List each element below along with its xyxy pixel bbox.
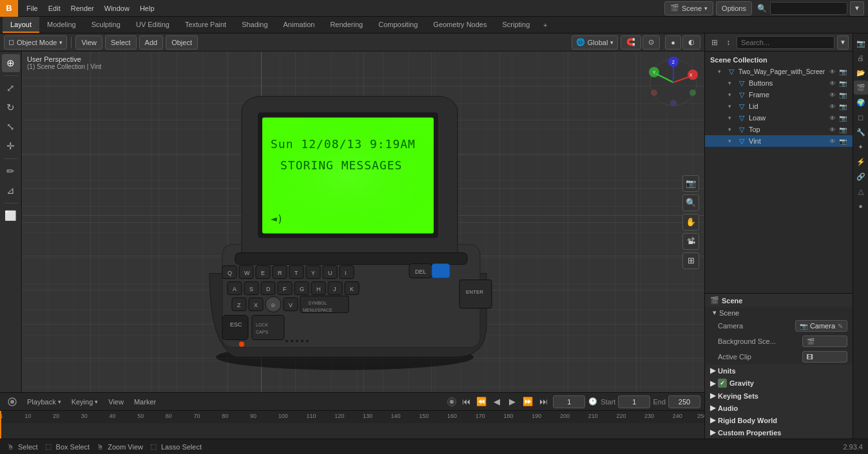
3d-viewport[interactable]: Sun 12/08/13 9:19AM STORING MESSAGES ◄): [22, 52, 704, 392]
physics-icon[interactable]: ⚡: [854, 155, 868, 169]
outliner-item-lid[interactable]: ▾ ▽ Lid 👁 📷: [705, 100, 853, 112]
tab-texture-paint[interactable]: Texture Paint: [177, 17, 234, 33]
end-frame[interactable]: 250: [668, 395, 700, 408]
overlay-btn[interactable]: ⊞: [682, 252, 699, 269]
filter-button[interactable]: ▼: [850, 1, 864, 15]
scene-props-icon[interactable]: 🎬: [854, 80, 868, 95]
menu-file[interactable]: File: [22, 3, 43, 14]
play-dot[interactable]: [447, 397, 456, 406]
rotate-tool[interactable]: ↻: [2, 99, 20, 117]
gravity-checkbox[interactable]: ✓: [718, 379, 727, 388]
outliner-item-top[interactable]: ▾ ▽ Top 👁 📷: [705, 124, 853, 135]
outliner-item-buttons[interactable]: ▾ ▽ Buttons 👁 📷: [705, 77, 853, 89]
prev-keyframe-btn[interactable]: ⏪: [474, 395, 488, 409]
marker-menu[interactable]: Marker: [130, 395, 160, 409]
clock-icon[interactable]: 🕐: [588, 397, 598, 407]
menu-render[interactable]: Render: [66, 3, 99, 14]
object-menu[interactable]: Object: [166, 35, 198, 50]
scene-section-header[interactable]: 🎬 Scene: [705, 294, 853, 307]
search-field[interactable]: [770, 2, 847, 15]
panel-icon-btn[interactable]: ⊞: [709, 35, 720, 50]
outliner-item-pager[interactable]: ▾ ▽ Two_Way_Pager_with_Screer 👁 📷: [705, 66, 853, 77]
tab-sculpting[interactable]: Sculpting: [84, 17, 128, 33]
outliner-item-frame[interactable]: ▾ ▽ Frame 👁 📷: [705, 89, 853, 100]
render-visibility-btn[interactable]: 📷: [838, 79, 847, 88]
outliner-item-loaw[interactable]: ▾ ▽ Loaw 👁 📷: [705, 112, 853, 124]
audio-header[interactable]: ▶ Audio: [705, 402, 853, 414]
object-data-icon[interactable]: △: [854, 184, 868, 198]
view-menu-timeline[interactable]: View: [104, 395, 128, 409]
add-menu[interactable]: Add: [139, 35, 164, 50]
viewport-solid[interactable]: ●: [665, 35, 681, 50]
add-workspace-button[interactable]: +: [537, 17, 553, 33]
object-props-icon[interactable]: ◻: [854, 110, 868, 124]
units-header[interactable]: ▶ Units: [705, 364, 853, 377]
play-btn[interactable]: ▶: [505, 395, 519, 409]
view-layer-icon[interactable]: 📂: [854, 66, 868, 80]
keying-sets-header[interactable]: ▶ Keying Sets: [705, 390, 853, 402]
cursor-tool[interactable]: ⊕: [2, 54, 20, 72]
move-view-btn[interactable]: ✋: [682, 214, 699, 231]
rigid-body-header[interactable]: ▶ Rigid Body World: [705, 414, 853, 426]
tab-geometry-nodes[interactable]: Geometry Nodes: [425, 17, 494, 33]
current-frame[interactable]: 1: [553, 395, 585, 408]
camera-view-btn[interactable]: 📷: [682, 175, 699, 192]
render-props-icon[interactable]: 📷: [854, 36, 868, 50]
constraints-icon[interactable]: 🔗: [854, 169, 868, 184]
navigation-gizmo[interactable]: X Y Z: [648, 57, 699, 108]
timeline-scrubber[interactable]: [0, 423, 704, 439]
bg-scene-value[interactable]: 🎬: [802, 336, 847, 347]
jump-end-btn[interactable]: ⏭: [536, 395, 550, 409]
render-visibility-btn[interactable]: 📷: [838, 125, 847, 134]
select-menu[interactable]: Select: [105, 35, 137, 50]
output-props-icon[interactable]: 🖨: [854, 51, 868, 65]
scale-tool[interactable]: ⤡: [2, 118, 20, 136]
outliner-item-vint[interactable]: ▾ ▽ Vint 👁 📷: [705, 135, 853, 147]
render-visibility-btn[interactable]: 📷: [838, 102, 847, 111]
mode-selector[interactable]: ◻ Object Mode ▾: [4, 35, 67, 50]
world-props-icon[interactable]: 🌍: [854, 95, 868, 109]
keying-menu[interactable]: Keying ▾: [68, 395, 102, 409]
visibility-btn[interactable]: 👁: [828, 113, 837, 122]
annotate-tool[interactable]: ✏: [2, 162, 20, 180]
tab-animation[interactable]: Animation: [276, 17, 323, 33]
start-frame[interactable]: 1: [618, 395, 650, 408]
frame-ruler[interactable]: 1 10 20 30 40 50 60 70 80 90 100 110 120…: [0, 411, 704, 423]
render-visibility-btn[interactable]: 📷: [838, 67, 847, 76]
visibility-btn[interactable]: 👁: [828, 90, 837, 99]
view-menu[interactable]: View: [75, 35, 102, 50]
tab-rendering[interactable]: Rendering: [322, 17, 371, 33]
snap-icon[interactable]: 🧲: [621, 35, 641, 50]
visibility-btn[interactable]: 👁: [828, 125, 837, 134]
visibility-btn[interactable]: 👁: [828, 102, 837, 111]
measure-tool[interactable]: ⊿: [2, 182, 20, 200]
tab-uv-editing[interactable]: UV Editing: [128, 17, 177, 33]
active-clip-value[interactable]: 🎞: [802, 351, 847, 363]
visibility-btn[interactable]: 👁: [828, 79, 837, 88]
particles-icon[interactable]: ✦: [854, 140, 868, 154]
transform-global[interactable]: 🌐 Global ▾: [572, 35, 619, 50]
move-tool[interactable]: ⤢: [2, 79, 20, 97]
camera-value[interactable]: 📷 Camera ✎: [795, 320, 847, 332]
visibility-btn[interactable]: 👁: [828, 67, 837, 76]
scene-selector[interactable]: 🎬 Scene ▾: [664, 1, 713, 15]
playback-menu[interactable]: Playback ▾: [23, 395, 65, 409]
material-icon[interactable]: ●: [854, 199, 868, 213]
search-icon[interactable]: 🔍: [755, 1, 769, 15]
gravity-header[interactable]: ▶ ✓ Gravity: [705, 377, 853, 390]
transform-tool[interactable]: ✛: [2, 137, 20, 155]
panel-icon-btn2[interactable]: ↕: [723, 35, 735, 50]
proportional-edit[interactable]: ⊙: [642, 35, 660, 50]
menu-window[interactable]: Window: [100, 3, 134, 14]
next-keyframe-btn[interactable]: ⏩: [521, 395, 535, 409]
modifiers-icon[interactable]: 🔧: [854, 125, 868, 139]
panel-search[interactable]: [737, 36, 834, 49]
render-visibility-btn[interactable]: 📷: [838, 90, 847, 99]
render-visibility-btn[interactable]: 📷: [838, 137, 847, 146]
tab-layout[interactable]: Layout: [3, 17, 39, 33]
jump-start-btn[interactable]: ⏮: [459, 395, 473, 409]
zoom-btn[interactable]: 🔍: [682, 194, 699, 211]
viewport-render[interactable]: ◐: [682, 35, 700, 50]
scene-sub-header[interactable]: ▾ Scene: [705, 307, 853, 318]
menu-help[interactable]: Help: [135, 3, 159, 14]
